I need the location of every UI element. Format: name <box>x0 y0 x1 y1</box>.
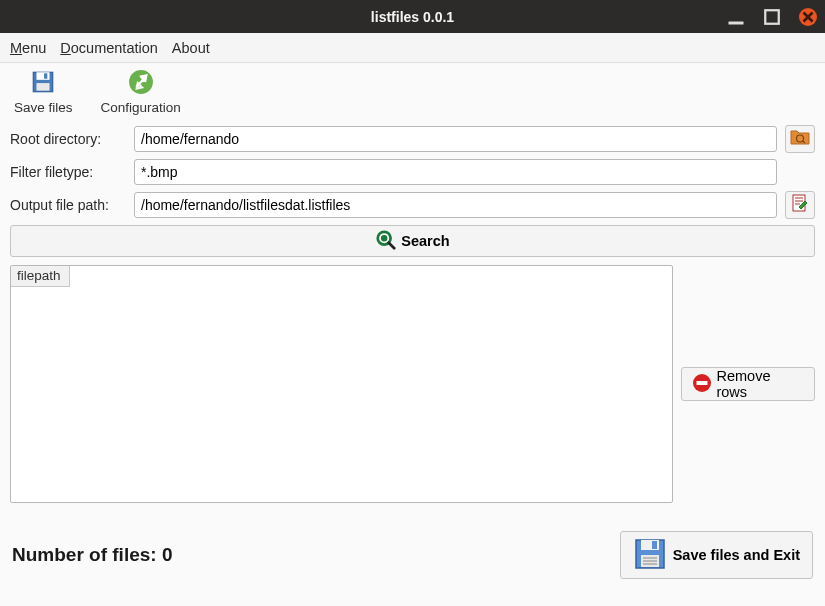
save-icon <box>30 69 56 98</box>
menu-documentation[interactable]: Documentation <box>60 40 158 56</box>
svg-rect-3 <box>37 72 50 80</box>
close-button[interactable] <box>799 8 817 26</box>
output-path-label: Output file path: <box>10 197 126 213</box>
svg-point-11 <box>381 234 387 240</box>
svg-rect-14 <box>697 381 708 385</box>
root-directory-row: Root directory: <box>10 125 815 153</box>
svg-rect-1 <box>765 10 779 24</box>
root-directory-input[interactable] <box>134 126 777 152</box>
maximize-button[interactable] <box>763 8 781 26</box>
svg-line-12 <box>389 242 395 248</box>
save-and-exit-button[interactable]: Save files and Exit <box>620 531 813 579</box>
footer: Number of files: 0 Save files and Exit <box>0 507 825 589</box>
minimize-button[interactable] <box>727 8 745 26</box>
results-row: filepath Remove rows <box>10 265 815 503</box>
save-exit-label: Save files and Exit <box>673 547 800 563</box>
search-button[interactable]: Search <box>10 225 815 257</box>
window-controls <box>727 8 817 26</box>
menubar: Menu Documentation About <box>0 33 825 63</box>
root-directory-label: Root directory: <box>10 131 126 147</box>
svg-rect-0 <box>729 21 744 24</box>
search-icon <box>375 229 397 254</box>
edit-output-button[interactable] <box>785 191 815 219</box>
filter-filetype-input[interactable] <box>134 159 777 185</box>
filter-filetype-row: Filter filetype: <box>10 159 815 185</box>
browse-folder-button[interactable] <box>785 125 815 153</box>
configuration-button[interactable]: Configuration <box>101 69 181 115</box>
menu-about[interactable]: About <box>172 40 210 56</box>
remove-rows-button[interactable]: Remove rows <box>681 367 815 401</box>
output-path-input[interactable] <box>134 192 777 218</box>
document-edit-icon <box>790 193 810 217</box>
gear-icon <box>128 69 154 98</box>
file-count-label: Number of files: 0 <box>12 544 172 566</box>
svg-rect-5 <box>37 83 50 91</box>
menu-menu[interactable]: Menu <box>10 40 46 56</box>
output-path-row: Output file path: <box>10 191 815 219</box>
search-label: Search <box>401 233 449 249</box>
titlebar: listfiles 0.0.1 <box>0 0 825 33</box>
save-files-label: Save files <box>14 100 73 115</box>
filter-filetype-label: Filter filetype: <box>10 164 126 180</box>
window-title: listfiles 0.0.1 <box>0 9 825 25</box>
svg-rect-17 <box>652 541 657 549</box>
svg-rect-4 <box>44 73 47 78</box>
table-header-filepath[interactable]: filepath <box>11 266 70 287</box>
save-files-button[interactable]: Save files <box>14 69 73 115</box>
remove-rows-label: Remove rows <box>716 368 804 400</box>
toolbar: Save files Configuration <box>0 63 825 121</box>
configuration-label: Configuration <box>101 100 181 115</box>
folder-icon <box>790 128 810 150</box>
results-table[interactable]: filepath <box>10 265 673 503</box>
form-area: Root directory: Filter filetype: Output … <box>0 121 825 507</box>
remove-icon <box>692 373 712 396</box>
floppy-save-icon <box>633 537 667 574</box>
